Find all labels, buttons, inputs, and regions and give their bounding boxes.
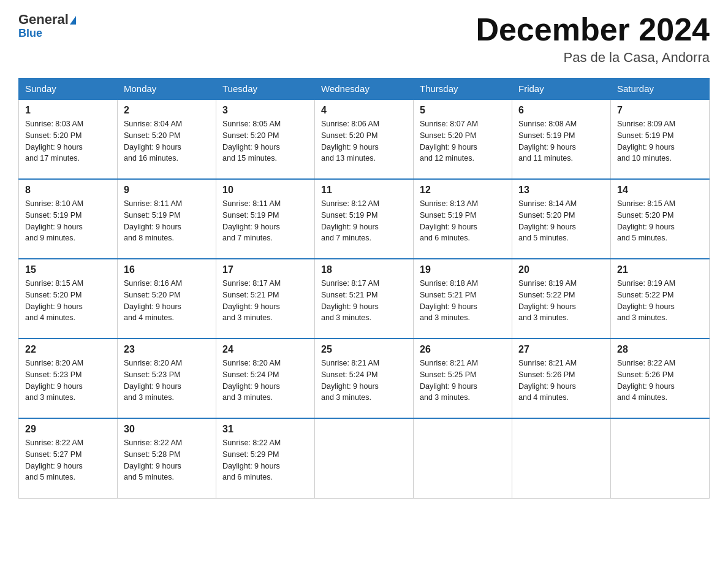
day-info: Sunrise: 8:21 AMSunset: 5:24 PMDaylight:…: [321, 358, 407, 404]
calendar-cell: [611, 418, 710, 498]
calendar-cell: 20Sunrise: 8:19 AMSunset: 5:22 PMDayligh…: [512, 259, 611, 339]
day-number: 20: [518, 264, 604, 275]
day-number: 13: [518, 185, 604, 196]
day-number: 24: [222, 344, 308, 355]
day-info: Sunrise: 8:07 AMSunset: 5:20 PMDaylight:…: [420, 118, 506, 164]
day-number: 16: [124, 264, 210, 275]
logo: General Blue: [18, 12, 76, 40]
day-info: Sunrise: 8:20 AMSunset: 5:23 PMDaylight:…: [124, 358, 210, 404]
day-info: Sunrise: 8:09 AMSunset: 5:19 PMDaylight:…: [617, 118, 703, 164]
weekday-header-row: SundayMondayTuesdayWednesdayThursdayFrid…: [19, 79, 710, 100]
day-number: 3: [222, 105, 308, 116]
day-info: Sunrise: 8:20 AMSunset: 5:23 PMDaylight:…: [25, 358, 111, 404]
day-info: Sunrise: 8:16 AMSunset: 5:20 PMDaylight:…: [124, 278, 210, 324]
day-number: 5: [420, 105, 506, 116]
calendar-cell: 28Sunrise: 8:22 AMSunset: 5:26 PMDayligh…: [611, 339, 710, 418]
calendar-cell: 3Sunrise: 8:05 AMSunset: 5:20 PMDaylight…: [216, 99, 315, 179]
day-number: 18: [321, 264, 407, 275]
day-number: 9: [124, 185, 210, 196]
day-number: 21: [617, 264, 703, 275]
week-row-4: 22Sunrise: 8:20 AMSunset: 5:23 PMDayligh…: [19, 339, 710, 418]
day-info: Sunrise: 8:14 AMSunset: 5:20 PMDaylight:…: [518, 198, 604, 244]
calendar-cell: 14Sunrise: 8:15 AMSunset: 5:20 PMDayligh…: [611, 179, 710, 259]
calendar-cell: 1Sunrise: 8:03 AMSunset: 5:20 PMDaylight…: [19, 99, 118, 179]
day-number: 11: [321, 185, 407, 196]
logo-blue-text: Blue: [18, 27, 42, 40]
calendar-cell: [315, 418, 414, 498]
calendar-cell: 9Sunrise: 8:11 AMSunset: 5:19 PMDaylight…: [118, 179, 216, 259]
weekday-header-tuesday: Tuesday: [216, 79, 315, 100]
day-number: 17: [222, 264, 308, 275]
day-info: Sunrise: 8:11 AMSunset: 5:19 PMDaylight:…: [222, 198, 308, 244]
calendar-cell: 25Sunrise: 8:21 AMSunset: 5:24 PMDayligh…: [315, 339, 414, 418]
day-info: Sunrise: 8:22 AMSunset: 5:27 PMDaylight:…: [25, 437, 111, 483]
day-info: Sunrise: 8:11 AMSunset: 5:19 PMDaylight:…: [124, 198, 210, 244]
day-number: 30: [124, 424, 210, 435]
weekday-header-saturday: Saturday: [611, 79, 710, 100]
day-info: Sunrise: 8:17 AMSunset: 5:21 PMDaylight:…: [321, 278, 407, 324]
day-number: 29: [25, 424, 111, 435]
calendar-cell: 13Sunrise: 8:14 AMSunset: 5:20 PMDayligh…: [512, 179, 611, 259]
calendar-cell: 30Sunrise: 8:22 AMSunset: 5:28 PMDayligh…: [118, 418, 216, 498]
day-number: 22: [25, 344, 111, 355]
calendar-cell: 12Sunrise: 8:13 AMSunset: 5:19 PMDayligh…: [414, 179, 512, 259]
day-info: Sunrise: 8:21 AMSunset: 5:26 PMDaylight:…: [518, 358, 604, 404]
week-row-5: 29Sunrise: 8:22 AMSunset: 5:27 PMDayligh…: [19, 418, 710, 498]
day-number: 6: [518, 105, 604, 116]
day-info: Sunrise: 8:15 AMSunset: 5:20 PMDaylight:…: [617, 198, 703, 244]
day-info: Sunrise: 8:03 AMSunset: 5:20 PMDaylight:…: [25, 118, 111, 164]
calendar-cell: 27Sunrise: 8:21 AMSunset: 5:26 PMDayligh…: [512, 339, 611, 418]
day-number: 15: [25, 264, 111, 275]
calendar-cell: [512, 418, 611, 498]
calendar-cell: 23Sunrise: 8:20 AMSunset: 5:23 PMDayligh…: [118, 339, 216, 418]
calendar-cell: [414, 418, 512, 498]
calendar-cell: 31Sunrise: 8:22 AMSunset: 5:29 PMDayligh…: [216, 418, 315, 498]
calendar-cell: 15Sunrise: 8:15 AMSunset: 5:20 PMDayligh…: [19, 259, 118, 339]
day-info: Sunrise: 8:12 AMSunset: 5:19 PMDaylight:…: [321, 198, 407, 244]
day-info: Sunrise: 8:13 AMSunset: 5:19 PMDaylight:…: [420, 198, 506, 244]
day-number: 23: [124, 344, 210, 355]
calendar-cell: 21Sunrise: 8:19 AMSunset: 5:22 PMDayligh…: [611, 259, 710, 339]
weekday-header-monday: Monday: [118, 79, 216, 100]
calendar-cell: 7Sunrise: 8:09 AMSunset: 5:19 PMDaylight…: [611, 99, 710, 179]
day-info: Sunrise: 8:21 AMSunset: 5:25 PMDaylight:…: [420, 358, 506, 404]
day-info: Sunrise: 8:18 AMSunset: 5:21 PMDaylight:…: [420, 278, 506, 324]
day-info: Sunrise: 8:19 AMSunset: 5:22 PMDaylight:…: [518, 278, 604, 324]
calendar-cell: 16Sunrise: 8:16 AMSunset: 5:20 PMDayligh…: [118, 259, 216, 339]
title-block: December 2024 Pas de la Casa, Andorra: [476, 12, 710, 66]
day-number: 8: [25, 185, 111, 196]
day-info: Sunrise: 8:05 AMSunset: 5:20 PMDaylight:…: [222, 118, 308, 164]
day-number: 19: [420, 264, 506, 275]
day-number: 27: [518, 344, 604, 355]
week-row-1: 1Sunrise: 8:03 AMSunset: 5:20 PMDaylight…: [19, 99, 710, 179]
location-text: Pas de la Casa, Andorra: [476, 50, 710, 66]
day-info: Sunrise: 8:22 AMSunset: 5:28 PMDaylight:…: [124, 437, 210, 483]
day-info: Sunrise: 8:15 AMSunset: 5:20 PMDaylight:…: [25, 278, 111, 324]
calendar-cell: 2Sunrise: 8:04 AMSunset: 5:20 PMDaylight…: [118, 99, 216, 179]
day-info: Sunrise: 8:06 AMSunset: 5:20 PMDaylight:…: [321, 118, 407, 164]
calendar-cell: 24Sunrise: 8:20 AMSunset: 5:24 PMDayligh…: [216, 339, 315, 418]
calendar-cell: 17Sunrise: 8:17 AMSunset: 5:21 PMDayligh…: [216, 259, 315, 339]
day-number: 28: [617, 344, 703, 355]
day-info: Sunrise: 8:20 AMSunset: 5:24 PMDaylight:…: [222, 358, 308, 404]
day-number: 12: [420, 185, 506, 196]
day-number: 1: [25, 105, 111, 116]
calendar-cell: 19Sunrise: 8:18 AMSunset: 5:21 PMDayligh…: [414, 259, 512, 339]
day-info: Sunrise: 8:22 AMSunset: 5:26 PMDaylight:…: [617, 358, 703, 404]
day-info: Sunrise: 8:17 AMSunset: 5:21 PMDaylight:…: [222, 278, 308, 324]
day-info: Sunrise: 8:10 AMSunset: 5:19 PMDaylight:…: [25, 198, 111, 244]
logo-text: General: [18, 12, 76, 27]
calendar-cell: 4Sunrise: 8:06 AMSunset: 5:20 PMDaylight…: [315, 99, 414, 179]
calendar-cell: 26Sunrise: 8:21 AMSunset: 5:25 PMDayligh…: [414, 339, 512, 418]
day-number: 10: [222, 185, 308, 196]
day-info: Sunrise: 8:04 AMSunset: 5:20 PMDaylight:…: [124, 118, 210, 164]
month-title: December 2024: [476, 12, 710, 47]
weekday-header-thursday: Thursday: [414, 79, 512, 100]
calendar-cell: 22Sunrise: 8:20 AMSunset: 5:23 PMDayligh…: [19, 339, 118, 418]
logo-triangle-icon: [70, 16, 76, 25]
weekday-header-friday: Friday: [512, 79, 611, 100]
calendar-cell: 5Sunrise: 8:07 AMSunset: 5:20 PMDaylight…: [414, 99, 512, 179]
calendar-cell: 11Sunrise: 8:12 AMSunset: 5:19 PMDayligh…: [315, 179, 414, 259]
calendar-table: SundayMondayTuesdayWednesdayThursdayFrid…: [18, 78, 710, 499]
page-header: General Blue December 2024 Pas de la Cas…: [18, 12, 710, 66]
